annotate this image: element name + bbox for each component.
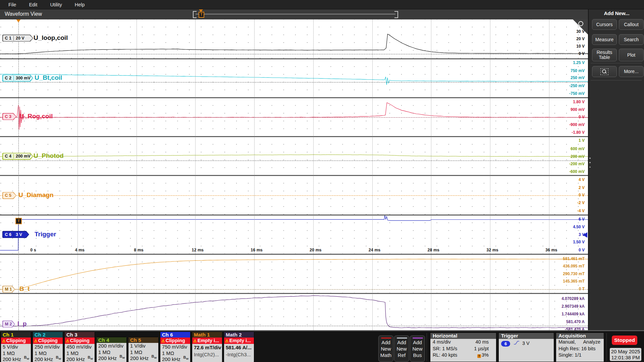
horizontal-value: 40 ms (476, 339, 489, 346)
badge-text: C 1 (3, 36, 13, 41)
acquisition-row: Single: 1/1 (556, 352, 604, 359)
acquisition-panel[interactable]: AcquisitionManual,AnalyzeHigh Res: 16 bi… (556, 333, 604, 362)
trigger-position-icon[interactable] (16, 19, 21, 22)
channel-name-c2[interactable]: U_Bt,coil (35, 74, 62, 81)
channel-card-ch3[interactable]: Ch 3⚠Clipping450 mV/div1 MΩ200 kHzBW (64, 331, 95, 362)
oscilloscope-screen: FileEditUtilityHelp Tektronix Waveform V… (0, 0, 644, 362)
channel-badge-c3[interactable]: C 3 (2, 113, 16, 120)
card-title: Ch 2 (33, 332, 63, 338)
bandwidth-icon: BW (151, 353, 157, 361)
channel-card-ch1[interactable]: Ch 1⚠Clipping5 V/div1 MΩ200 kHzBW (1, 331, 31, 362)
axis-label-c3: 0 V (579, 115, 585, 119)
cursors-button[interactable]: Cursors (592, 19, 617, 30)
channel-name-c3[interactable]: U_Rog,coil (19, 113, 53, 120)
stopped-button[interactable]: Stopped (612, 336, 637, 345)
axis-label-m2: 4.070289 kA (561, 296, 585, 301)
channel-badge-m1[interactable]: M 1 (2, 286, 15, 293)
trace-c6 (0, 215, 588, 254)
axis-label-c4: 1 V (579, 138, 585, 143)
axis-label-c2: -750 mV (569, 91, 585, 96)
trigger-point-marker[interactable]: T (15, 218, 22, 224)
tab-waveform-view[interactable]: Waveform View (5, 11, 42, 17)
axis-label-c4: -200 mV (569, 162, 585, 166)
menu-help[interactable]: Help (70, 2, 89, 7)
measure-button[interactable]: Measure (592, 34, 617, 45)
add-new-ref-button[interactable]: AddNewRef (394, 336, 409, 362)
datetime-badge[interactable]: 20 May 202512:01:38 PM (610, 348, 641, 361)
zoom-select-button[interactable] (592, 66, 617, 77)
channel-card-ch5[interactable]: Ch 51 V/div1 MΩ200 kHzBW (128, 337, 159, 362)
card-row: 5 V/div (1, 344, 31, 350)
channel-name-m2[interactable]: I_p (17, 320, 26, 327)
badge-border: M 1 (2, 286, 15, 293)
callout-button[interactable]: Callout (619, 19, 644, 30)
channel-badge-c6[interactable]: C 63 V (2, 231, 29, 238)
horizontal-row: RL: 40 kptsT3% (430, 352, 496, 359)
badge-body: M 2 (3, 321, 15, 327)
time-axis-label: 8 ms (134, 248, 144, 252)
channel-badge-c2[interactable]: C 2300 mV (2, 75, 33, 82)
more-button[interactable]: More... (619, 66, 644, 77)
horizontal-panel[interactable]: Horizontal4 ms/div40 msSR: 1 MS/s1 µs/pt… (430, 333, 496, 362)
menu-edit[interactable]: Edit (24, 2, 42, 7)
channel-badge-c1[interactable]: C 120 V (2, 35, 33, 42)
channel-badge-m2[interactable]: M 2 (2, 320, 15, 327)
add-new-bus-button[interactable]: AddNewBus (410, 336, 425, 362)
card-source: -Intg(Ch3... (224, 351, 254, 358)
panel-divider (591, 80, 642, 80)
date-text: 20 May 2025 (610, 349, 641, 355)
channel-name-m1[interactable]: B_t (19, 285, 30, 293)
add-new-math-button[interactable]: AddNewMath (378, 336, 393, 362)
results-table-button[interactable]: Results Table (592, 49, 617, 61)
overview-left-bracket[interactable] (193, 11, 197, 18)
axis-label-m2: 581.470 A (566, 319, 585, 324)
magnifier-icon (578, 21, 583, 26)
trigger-level-arrow-icon[interactable] (583, 232, 587, 238)
card-row: 200 kHzBW (128, 355, 158, 362)
bandwidth-icon: BW (88, 354, 93, 362)
channel-name-c5[interactable]: U_Diamagn (18, 191, 54, 199)
channel-card-ch4[interactable]: Ch 4200 mV/div1 MΩ200 kHzBW (96, 337, 127, 362)
card-row: 1 V/div (128, 343, 158, 349)
badge-border: C 2300 mV (2, 75, 33, 82)
waveform-grid[interactable]: 30 V20 V10 V0 VC 120 VU_loop,coil1.25 V7… (0, 19, 588, 330)
channel-card-ch6[interactable]: Ch 6⚠Clipping750 mV/div1 MΩ200 kHzBW (160, 331, 191, 362)
badge-text: 3 V (13, 232, 24, 237)
menu-utility[interactable]: Utility (46, 2, 66, 7)
overview-right-bracket[interactable] (394, 11, 398, 18)
trigger-panel[interactable]: Trigger63 V (498, 333, 554, 362)
time-axis-label: 0 s (30, 248, 36, 252)
channel-name-c1[interactable]: U_loop,coil (34, 34, 68, 42)
plot-button[interactable]: Plot (619, 49, 644, 61)
bandwidth-icon: BW (183, 354, 189, 362)
acquisition-overview-bar[interactable]: T (193, 9, 398, 19)
color-line (397, 338, 407, 339)
tab-bar: Waveform View T (0, 9, 588, 19)
badge-body: C 2300 mV (3, 75, 33, 81)
slice-divider (0, 175, 588, 176)
grid-division-line (137, 19, 137, 330)
channel-name-c4[interactable]: U_Photod (34, 152, 64, 160)
panel-drag-handle[interactable] (589, 158, 591, 168)
warning-icon: ⚠ (225, 339, 229, 343)
horizontal-panel-title: Horizontal (430, 333, 496, 339)
channel-name-c6[interactable]: Trigger (35, 231, 56, 238)
axis-label-c1: 10 V (576, 44, 585, 49)
menu-file[interactable]: File (4, 2, 20, 7)
grid-division-line (372, 19, 373, 330)
channel-badge-c4[interactable]: C 4200 mV (2, 153, 33, 160)
search-button[interactable]: Search (619, 34, 644, 45)
channel-card-ch2[interactable]: Ch 2⚠Clipping250 mV/div1 MΩ200 kHzBW (33, 331, 63, 362)
grid-division-line (549, 19, 549, 330)
clipping-banner: ⚠Clipping (65, 338, 95, 344)
channel-card-math1[interactable]: Math 1⚠Empty i...72.6 mT/divIntg(Ch2)... (192, 331, 222, 362)
channel-badge-c5[interactable]: C 5 (2, 192, 16, 199)
card-source: Intg(Ch2)... (192, 351, 222, 358)
overview-trigger-t-icon[interactable]: T (199, 12, 204, 18)
badge-text: C 5 (3, 193, 13, 198)
horizontal-row: SR: 1 MS/s1 µs/pt (430, 346, 496, 352)
channel-card-math2[interactable]: Math 2⚠Empty i...581.46 A/...-Intg(Ch3..… (224, 331, 254, 362)
card-title: Math 1 (192, 332, 222, 338)
axis-label-c3: 1.80 V (573, 100, 585, 104)
time-axis-label: 36 ms (545, 248, 557, 252)
